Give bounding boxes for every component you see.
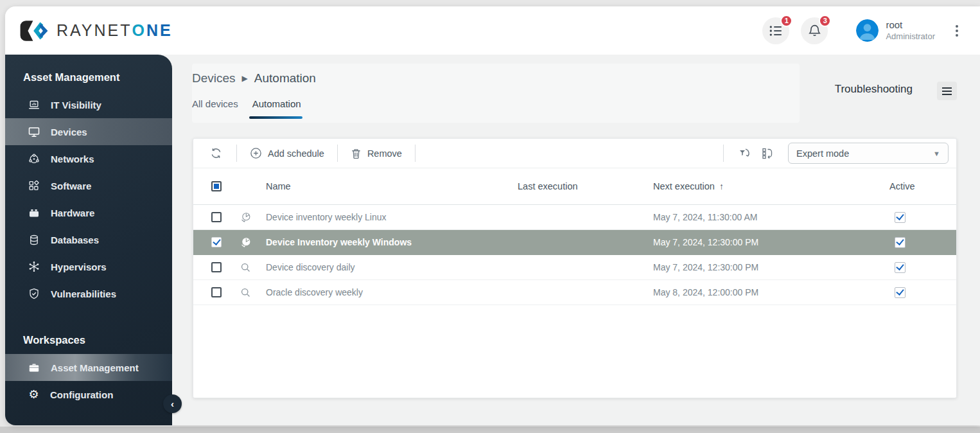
- schedule-name: Device inventory weekly Linux: [259, 212, 514, 222]
- sort-ascending-icon: ↑: [719, 181, 724, 191]
- clear-grouping-icon: [761, 147, 774, 160]
- remove-button[interactable]: Remove: [347, 145, 406, 162]
- page-menu-button[interactable]: [937, 82, 957, 100]
- briefcase-icon: [28, 362, 40, 373]
- active-checkbox[interactable]: [895, 212, 906, 223]
- sidebar-item-asset-management-workspace[interactable]: Asset Management: [5, 354, 172, 381]
- sidebar-item-configuration[interactable]: ⚙ Configuration: [5, 381, 172, 408]
- user-role: Administrator: [886, 31, 935, 42]
- screen: RAYNETONE 1 3: [0, 0, 980, 433]
- row-checkbox[interactable]: [211, 212, 222, 222]
- header-actions: 1 3: [762, 17, 962, 44]
- main-content: Devices ▶ Automation All devices Automat…: [172, 55, 980, 425]
- task-count-badge: 1: [780, 15, 792, 27]
- gear-icon: ⚙: [28, 389, 39, 400]
- row-checkbox[interactable]: [211, 237, 222, 247]
- hardware-icon: [28, 208, 40, 218]
- clear-grouping-button[interactable]: [756, 145, 779, 163]
- table-row[interactable]: Device Inventory weekly Windows May 7, 2…: [193, 230, 956, 255]
- sidebar-section-title: Workspaces: [23, 334, 172, 346]
- sidebar-collapse-button[interactable]: ‹: [163, 394, 182, 413]
- toolbar-right: Expert mode ▼: [714, 143, 956, 164]
- inventory-schedule-icon: [240, 212, 251, 223]
- sidebar-item-databases[interactable]: Databases: [5, 226, 172, 253]
- sidebar-item-label: Configuration: [50, 389, 113, 400]
- sidebar-item-hypervisors[interactable]: Hypervisors: [5, 253, 172, 280]
- chevron-down-icon: ▼: [933, 150, 940, 157]
- table-header: Name Last execution Next execution ↑ Act…: [193, 168, 956, 205]
- next-execution: May 7, 2024, 12:30:00 PM: [650, 262, 886, 272]
- plus-circle-icon: [250, 147, 262, 159]
- schedule-name: Device discovery daily: [259, 262, 514, 272]
- clear-filter-icon: [738, 147, 751, 160]
- row-checkbox[interactable]: [211, 262, 222, 272]
- search-icon: [240, 287, 251, 298]
- sidebar: Asset Management IT Visibility Devices: [5, 55, 172, 425]
- breadcrumb-separator-icon: ▶: [242, 74, 248, 83]
- add-schedule-button[interactable]: Add schedule: [246, 145, 328, 162]
- next-execution: May 8, 2024, 12:00:00 PM: [650, 287, 886, 297]
- overflow-menu-icon[interactable]: [952, 21, 962, 40]
- schedule-name: Device Inventory weekly Windows: [259, 237, 514, 247]
- table-row[interactable]: Device inventory weekly Linux May 7, 202…: [193, 205, 956, 230]
- refresh-icon: [210, 147, 222, 159]
- shield-check-icon: [28, 288, 40, 299]
- table-row[interactable]: Device discovery daily May 7, 2024, 12:3…: [193, 255, 956, 280]
- sidebar-item-vulnerabilities[interactable]: Vulnerabilities: [5, 280, 172, 307]
- database-icon: [28, 234, 40, 245]
- app-window: RAYNETONE 1 3: [5, 6, 980, 425]
- sidebar-item-hardware[interactable]: Hardware: [5, 199, 172, 226]
- select-all-checkbox[interactable]: [211, 181, 222, 191]
- user-menu[interactable]: root Administrator: [856, 19, 935, 42]
- sidebar-item-it-visibility[interactable]: IT Visibility: [5, 91, 172, 118]
- toolbar: Add schedule Remove: [193, 139, 956, 168]
- software-icon: [28, 181, 40, 191]
- bottom-edge-strip: [0, 427, 980, 433]
- sidebar-item-label: Asset Management: [51, 362, 139, 373]
- sidebar-item-software[interactable]: Software: [5, 172, 172, 199]
- active-tab-indicator: [249, 116, 302, 119]
- app-header: RAYNETONE 1 3: [5, 6, 980, 55]
- troubleshooting-link[interactable]: Troubleshooting: [835, 83, 913, 96]
- breadcrumb-automation[interactable]: Automation: [254, 71, 316, 85]
- hypervisor-icon: [28, 261, 40, 272]
- row-checkbox[interactable]: [211, 287, 222, 297]
- active-checkbox[interactable]: [895, 237, 906, 248]
- column-header-last-execution[interactable]: Last execution: [514, 181, 650, 191]
- sidebar-item-devices[interactable]: Devices: [5, 118, 172, 145]
- table-row[interactable]: Oracle discovery weekly May 8, 2024, 12:…: [193, 280, 956, 305]
- user-name: root: [886, 19, 935, 31]
- bell-icon: [808, 24, 821, 37]
- breadcrumb-devices[interactable]: Devices: [192, 71, 236, 85]
- mode-select[interactable]: Expert mode ▼: [788, 143, 949, 164]
- trash-icon: [351, 148, 362, 159]
- tab-automation[interactable]: Automation: [252, 98, 301, 117]
- column-header-next-execution[interactable]: Next execution ↑: [650, 181, 886, 191]
- active-checkbox[interactable]: [895, 262, 906, 273]
- sidebar-item-label: Networks: [51, 154, 94, 164]
- search-icon: [240, 262, 251, 273]
- laptop-icon: [28, 100, 40, 110]
- schedules-card: Add schedule Remove: [193, 138, 957, 398]
- active-checkbox[interactable]: [895, 287, 906, 298]
- clear-filter-button[interactable]: [733, 145, 756, 163]
- column-header-name[interactable]: Name: [259, 181, 514, 191]
- network-icon: [28, 154, 40, 164]
- notifications-button[interactable]: 3: [801, 17, 828, 44]
- task-list-icon: [769, 24, 783, 37]
- schedule-name: Oracle discovery weekly: [259, 287, 514, 297]
- sidebar-item-label: Hypervisors: [51, 261, 107, 272]
- refresh-button[interactable]: [205, 145, 227, 162]
- sidebar-section-title: Asset Management: [23, 71, 172, 84]
- tab-bar: All devices Automation: [192, 98, 301, 117]
- column-header-active[interactable]: Active: [886, 181, 956, 191]
- sidebar-item-networks[interactable]: Networks: [5, 145, 172, 172]
- brand-logo: RAYNETONE: [19, 19, 173, 43]
- sidebar-item-label: Vulnerabilities: [51, 288, 116, 299]
- tab-all-devices[interactable]: All devices: [192, 98, 238, 117]
- task-list-button[interactable]: 1: [762, 17, 789, 44]
- sidebar-item-label: Software: [51, 181, 91, 191]
- monitor-icon: [28, 127, 40, 137]
- sidebar-item-label: Hardware: [51, 208, 94, 218]
- notification-count-badge: 3: [819, 15, 831, 27]
